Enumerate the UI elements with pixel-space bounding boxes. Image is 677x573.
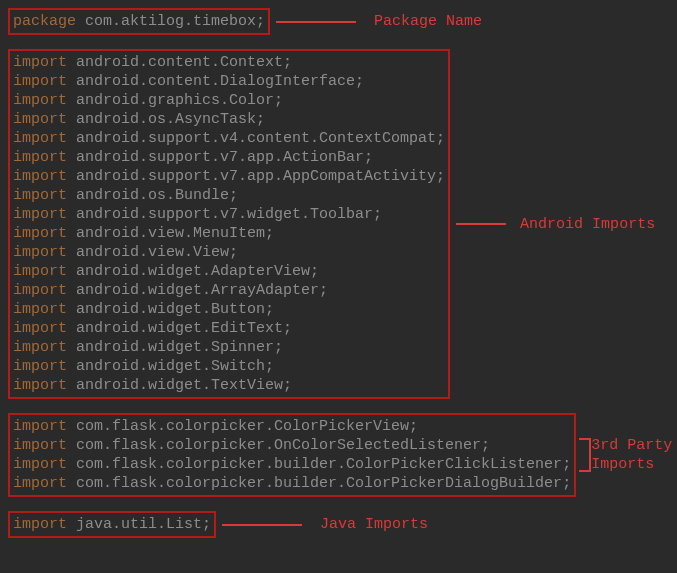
import-name: android.content.DialogInterface: [76, 73, 355, 90]
import-keyword: import: [13, 54, 67, 71]
package-keyword: package: [13, 13, 76, 30]
package-label: Package Name: [374, 12, 482, 31]
import-line: import android.widget.ArrayAdapter;: [13, 281, 445, 300]
import-line: import android.support.v7.app.ActionBar;: [13, 148, 445, 167]
import-line: import com.flask.colorpicker.builder.Col…: [13, 455, 571, 474]
import-line: import android.graphics.Color;: [13, 91, 445, 110]
import-keyword: import: [13, 301, 67, 318]
import-name: android.support.v7.widget.Toolbar: [76, 206, 373, 223]
import-keyword: import: [13, 358, 67, 375]
import-keyword: import: [13, 456, 67, 473]
import-name: com.flask.colorpicker.builder.ColorPicke…: [76, 456, 562, 473]
import-name: com.flask.colorpicker.OnColorSelectedLis…: [76, 437, 481, 454]
import-line: import com.flask.colorpicker.OnColorSele…: [13, 436, 571, 455]
import-name: java.util.List: [76, 516, 202, 533]
import-line: import android.widget.AdapterView;: [13, 262, 445, 281]
package-row: package com.aktilog.timebox; Package Nam…: [8, 8, 669, 35]
import-line: import java.util.List;: [13, 515, 211, 534]
import-name: android.support.v4.content.ContextCompat: [76, 130, 436, 147]
import-name: android.os.AsyncTask: [76, 111, 256, 128]
import-name: android.widget.Switch: [76, 358, 265, 375]
import-line: import android.support.v7.app.AppCompatA…: [13, 167, 445, 186]
import-line: import android.support.v7.widget.Toolbar…: [13, 205, 445, 224]
thirdparty-label-2: Imports: [591, 455, 672, 474]
android-imports-label: Android Imports: [520, 215, 655, 234]
import-line: import android.widget.Switch;: [13, 357, 445, 376]
import-name: android.widget.AdapterView: [76, 263, 310, 280]
import-name: android.widget.Button: [76, 301, 265, 318]
import-line: import android.os.AsyncTask;: [13, 110, 445, 129]
java-imports-row: import java.util.List; Java Imports: [8, 511, 669, 538]
import-keyword: import: [13, 225, 67, 242]
import-name: android.view.View: [76, 244, 229, 261]
import-name: android.widget.ArrayAdapter: [76, 282, 319, 299]
import-name: android.widget.EditText: [76, 320, 283, 337]
import-keyword: import: [13, 73, 67, 90]
import-keyword: import: [13, 168, 67, 185]
import-name: android.view.MenuItem: [76, 225, 265, 242]
import-keyword: import: [13, 339, 67, 356]
import-name: android.os.Bundle: [76, 187, 229, 204]
import-keyword: import: [13, 320, 67, 337]
import-keyword: import: [13, 263, 67, 280]
package-name: com.aktilog.timebox: [85, 13, 256, 30]
import-line: import android.widget.Spinner;: [13, 338, 445, 357]
import-keyword: import: [13, 437, 67, 454]
import-name: android.support.v7.app.AppCompatActivity: [76, 168, 436, 185]
import-keyword: import: [13, 149, 67, 166]
import-keyword: import: [13, 111, 67, 128]
java-imports-box: import java.util.List;: [8, 511, 216, 538]
import-line: import android.widget.Button;: [13, 300, 445, 319]
import-line: import android.os.Bundle;: [13, 186, 445, 205]
java-imports-label: Java Imports: [320, 515, 428, 534]
import-line: import android.content.DialogInterface;: [13, 72, 445, 91]
import-line: import android.view.View;: [13, 243, 445, 262]
import-line: import android.widget.TextView;: [13, 376, 445, 395]
import-keyword: import: [13, 187, 67, 204]
import-keyword: import: [13, 516, 67, 533]
thirdparty-imports-box: import com.flask.colorpicker.ColorPicker…: [8, 413, 576, 497]
android-imports-box: import android.content.Context;import an…: [8, 49, 450, 399]
import-line: import android.content.Context;: [13, 53, 445, 72]
package-box: package com.aktilog.timebox;: [8, 8, 270, 35]
import-keyword: import: [13, 377, 67, 394]
import-keyword: import: [13, 92, 67, 109]
import-line: import com.flask.colorpicker.builder.Col…: [13, 474, 571, 493]
android-imports-row: import android.content.Context;import an…: [8, 49, 669, 399]
import-line: import android.view.MenuItem;: [13, 224, 445, 243]
import-line: import android.widget.EditText;: [13, 319, 445, 338]
import-name: com.flask.colorpicker.ColorPickerView: [76, 418, 409, 435]
import-keyword: import: [13, 282, 67, 299]
import-line: import android.support.v4.content.Contex…: [13, 129, 445, 148]
import-name: android.graphics.Color: [76, 92, 274, 109]
import-keyword: import: [13, 206, 67, 223]
import-name: android.widget.TextView: [76, 377, 283, 394]
thirdparty-imports-row: import com.flask.colorpicker.ColorPicker…: [8, 413, 669, 497]
import-name: android.support.v7.app.ActionBar: [76, 149, 364, 166]
import-keyword: import: [13, 130, 67, 147]
import-keyword: import: [13, 418, 67, 435]
import-name: android.widget.Spinner: [76, 339, 274, 356]
import-keyword: import: [13, 475, 67, 492]
import-name: com.flask.colorpicker.builder.ColorPicke…: [76, 475, 562, 492]
import-line: import com.flask.colorpicker.ColorPicker…: [13, 417, 571, 436]
import-keyword: import: [13, 244, 67, 261]
thirdparty-label-1: 3rd Party: [591, 436, 672, 455]
import-name: android.content.Context: [76, 54, 283, 71]
